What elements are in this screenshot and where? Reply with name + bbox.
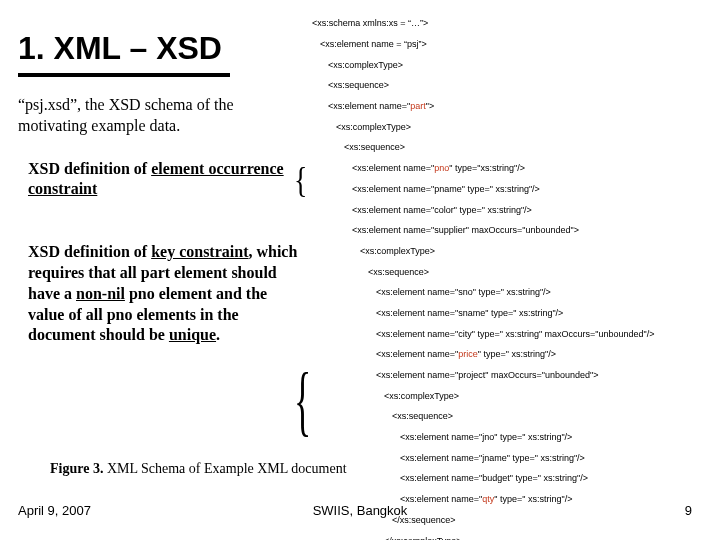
code-line: <xs:element name="sno" type=" xs:string"… [312,287,655,297]
intro-text: “psj.xsd”, the XSD schema of the motivat… [18,95,303,137]
code-line: <xs:element name="city" type=" xs:string… [312,329,655,339]
slide: 1. XML – XSD “psj.xsd”, the XSD schema o… [0,0,720,540]
sub2-a: XSD definition of [28,243,151,260]
code-line: <xs:element name="price" type=" xs:strin… [312,349,655,359]
sub-point-2: XSD definition of key constraint, which … [28,242,303,346]
code-line: <xs:element name="jname" type=" xs:strin… [312,453,655,463]
code-line: <xs:complexType> [312,391,655,401]
hl: part [410,101,426,111]
code-line: <xs:element name="jno" type=" xs:string"… [312,432,655,442]
code-line: <xs:element name="supplier" maxOccurs="u… [312,225,655,235]
sub2-g: . [216,326,220,343]
sub1-a: XSD definition of [28,160,151,177]
brace-icon: { [294,159,307,201]
code-line: <xs:element name="color" type=" xs:strin… [312,205,655,215]
code-line: </xs:complexType> [312,536,655,540]
code-line: <xs:complexType> [312,246,655,256]
slide-title: 1. XML – XSD [18,30,230,77]
hl: pno [434,163,449,173]
code-line: <xs:complexType> [312,60,655,70]
xsd-code-block: <xs:schema xmlns:xs = “…”> <xs:element n… [312,8,655,540]
code-line: <xs:complexType> [312,122,655,132]
code-line: <xs:sequence> [312,142,655,152]
figure-caption: Figure 3. XML Schema of Example XML docu… [50,460,347,478]
code-line: <xs:element name="part"> [312,101,655,111]
sub2-f: unique [169,326,216,343]
code-line: <xs:element name="sname" type=" xs:strin… [312,308,655,318]
code-line: <xs:sequence> [312,267,655,277]
brace-icon: { [294,355,311,447]
code-line: <xs:element name="budget" type=" xs:stri… [312,473,655,483]
hl: price [458,349,478,359]
sub-point-1: XSD definition of element occurrence con… [28,159,303,201]
code-line: <xs:sequence> [312,80,655,90]
code-line: <xs:element name="pname" type=" xs:strin… [312,184,655,194]
code-line: <xs:element name="project" maxOccurs="un… [312,370,655,380]
footer-page-number: 9 [685,503,692,518]
fig-text: XML Schema of Example XML document [103,461,346,476]
code-line: <xs:sequence> [312,411,655,421]
sub2-d: non-nil [76,285,125,302]
left-column: “psj.xsd”, the XSD schema of the motivat… [18,95,303,388]
footer-venue: SWIIS, Bangkok [0,503,720,518]
code-line: <xs:schema xmlns:xs = “…”> [312,18,655,28]
code-line: <xs:element name = “psj”> [312,39,655,49]
sub2-b: key constraint [151,243,248,260]
fig-label: Figure 3. [50,461,103,476]
code-line: <xs:element name="pno" type="xs:string"/… [312,163,655,173]
